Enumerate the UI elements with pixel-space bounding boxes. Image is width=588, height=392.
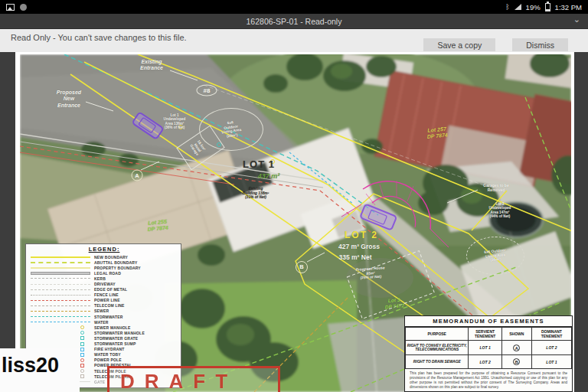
legend-label: NEW BOUNDARY (94, 255, 128, 260)
easement-row: RIGHT TO CONVEY ELECTRICITY, TELECOMMUNI… (406, 341, 572, 355)
cellular-signal-icon (514, 4, 521, 10)
legend-swatch (31, 276, 90, 281)
easements-memorandum: MEMORANDUM OF EASEMENTS PURPOSESERVIENT … (404, 315, 573, 392)
legend-swatch (31, 281, 90, 286)
legend-item: EDGE OF METAL (31, 287, 178, 292)
legend-swatch (31, 287, 90, 292)
save-a-copy-button[interactable]: Save a copy (423, 38, 495, 51)
easement-col-header: SERVIENT TENEMENT (469, 328, 501, 341)
easement-cell: LOT 2 (531, 341, 571, 355)
easement-cell: RIGHT TO CONVEY ELECTRICITY, TELECOMMUNI… (406, 341, 469, 355)
legend-item: TELECOM LINE (31, 303, 178, 309)
legend-label: SEWER (94, 309, 109, 313)
plan-disclaimer: This plan has been prepared for the purp… (405, 369, 572, 392)
legend-label: EDGE OF METAL (94, 287, 127, 292)
easement-col-header: SHOWN (501, 328, 531, 341)
watermark-text: liss20 (2, 354, 59, 377)
legend-label: WATER (94, 320, 109, 325)
legend-swatch (31, 325, 90, 330)
easement-cell: A (501, 341, 531, 355)
legend-label: POWER POLE (94, 358, 122, 362)
banner-buttons: Save a copy Dismiss (423, 38, 568, 51)
draft-stamp: DRAFT (107, 366, 280, 392)
battery-icon (545, 3, 550, 11)
legend-swatch (31, 254, 90, 260)
document-area[interactable]: Existing EntranceProposed New Entrance#8… (0, 52, 588, 392)
legend-swatch (31, 330, 90, 335)
legend-swatch (31, 298, 90, 303)
legend-label: TELECOM LINE (94, 303, 125, 308)
legend-swatch (31, 341, 90, 347)
legend-label: STORMWATER MANHOLE (94, 331, 145, 335)
readonly-message: Read Only - You can't save changes to th… (11, 33, 187, 42)
tablet-screen: ᛒ 19% 1:32 PM 162806-SP-01 - Read-only ⌄… (0, 0, 588, 392)
easement-cell: B (501, 355, 531, 369)
legend-item: POWER LINE (31, 298, 178, 303)
legend-swatch (31, 319, 90, 325)
app-title-bar: 162806-SP-01 - Read-only ⌄ (0, 14, 588, 29)
legend-item: STORMWATER SUMP (31, 341, 178, 347)
legend-item: WATER (31, 319, 178, 325)
easements-title: MEMORANDUM OF EASEMENTS (405, 316, 572, 327)
easement-cell: LOT 1 (469, 341, 501, 355)
plan-page: Existing EntranceProposed New Entrance#8… (15, 52, 574, 392)
legend-label: GATE (94, 380, 105, 384)
legend-item: LEGAL ROAD (31, 270, 178, 276)
easement-cell: LOT 2 (469, 355, 501, 369)
android-status-bar: ᛒ 19% 1:32 PM (0, 0, 588, 14)
easement-cell: LOT 1 (531, 355, 571, 369)
legend-label: ABUTTAL BOUNDARY (94, 260, 137, 265)
legend-item: SEWER MANHOLE (31, 325, 178, 330)
legend-item: DRIVEWAY (31, 281, 178, 286)
battery-percent: 19% (526, 3, 541, 11)
image-notification-icon (6, 4, 15, 11)
legend-item: PROPERTY BOUNDARY (31, 265, 178, 270)
watermark-patch: liss20 (0, 348, 80, 392)
legend-swatch (31, 260, 90, 265)
legend-swatch (31, 314, 90, 319)
legend-item: ABUTTAL BOUNDARY (31, 260, 178, 265)
easement-row: RIGHT TO DRAIN SEWAGELOT 2BLOT 1 (406, 355, 572, 369)
legend-item: STORMWATER GRATE (31, 335, 178, 341)
legend-label: SEWER MANHOLE (94, 325, 131, 330)
document-title: 162806-SP-01 - Read-only (247, 17, 342, 26)
legend-item: KERB (31, 276, 178, 281)
bluetooth-icon: ᛒ (505, 4, 509, 11)
legend-label: POWER LINE (94, 298, 120, 302)
legend-label: FIRE HYDRANT (94, 347, 125, 351)
legend-item: SEWER (31, 309, 178, 314)
legend-label: LEGAL ROAD (94, 271, 121, 276)
status-system-icons: ᛒ 19% 1:32 PM (505, 3, 588, 11)
clock: 1:32 PM (555, 3, 582, 11)
legend-swatch (31, 265, 90, 270)
legend-swatch (31, 292, 90, 298)
legend-swatch (31, 303, 90, 309)
legend-item: STORMWATER MANHOLE (31, 330, 178, 335)
readonly-banner: Read Only - You can't save changes to th… (0, 29, 588, 52)
legend-item: STORMWATER (31, 314, 178, 319)
legend-swatch (31, 270, 90, 276)
legend-label: WATER TOBY (94, 352, 121, 357)
draft-stamp-text: DRAFT (109, 370, 237, 392)
app-notification-icon (20, 4, 27, 11)
legend-swatch (31, 335, 90, 341)
legend-label: STORMWATER (94, 315, 123, 319)
chevron-down-icon[interactable]: ⌄ (573, 15, 580, 24)
status-notification-icons (0, 4, 27, 11)
legend-label: DRIVEWAY (94, 282, 116, 286)
legend-label: PROPERTY BOUNDARY (94, 266, 141, 270)
legend-label: KERB (94, 276, 106, 281)
legend-label: STORMWATER GRATE (94, 336, 138, 341)
legend-label: FENCE LINE (94, 292, 119, 297)
easement-cell: RIGHT TO DRAIN SEWAGE (406, 355, 469, 369)
easement-col-header: PURPOSE (406, 328, 469, 341)
easements-table: PURPOSESERVIENT TENEMENTSHOWNDOMINANT TE… (405, 327, 572, 369)
legend-swatch (31, 309, 90, 314)
legend-item: FENCE LINE (31, 292, 178, 298)
dismiss-button[interactable]: Dismiss (512, 38, 568, 51)
legend-label: STORMWATER SUMP (94, 341, 136, 346)
legend-title: LEGEND: (31, 246, 178, 253)
easement-col-header: DOMINANT TENEMENT (531, 328, 571, 341)
legend-item: NEW BOUNDARY (31, 254, 178, 260)
